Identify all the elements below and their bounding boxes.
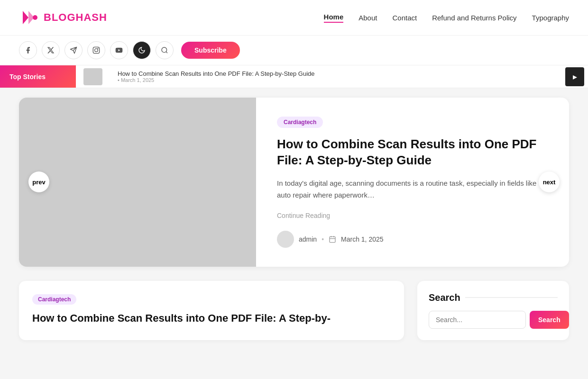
moon-icon [138, 46, 146, 54]
toolbar: Subscribe [0, 36, 588, 65]
instagram-btn[interactable] [87, 41, 105, 59]
sidebar-search-input[interactable] [429, 311, 526, 329]
svg-line-9 [166, 52, 167, 53]
featured-content: Cardiagtech How to Combine Scan Results … [256, 98, 569, 267]
svg-rect-4 [93, 47, 99, 53]
dark-mode-btn[interactable] [133, 41, 151, 59]
separator: • [322, 235, 324, 243]
author-name: admin [299, 235, 317, 243]
svg-point-6 [98, 48, 99, 49]
youtube-btn[interactable] [110, 41, 128, 59]
bottom-section: Cardiagtech How to Combine Scan Results … [19, 281, 569, 340]
next-button[interactable]: next [539, 171, 560, 192]
svg-point-5 [95, 49, 98, 52]
telegram-btn[interactable] [64, 41, 83, 59]
twitter-btn[interactable] [42, 41, 60, 59]
continue-reading-link[interactable]: Continue Reading [277, 212, 548, 219]
featured-card: prev Cardiagtech How to Combine Scan Res… [19, 98, 569, 267]
svg-point-3 [33, 15, 37, 20]
main-area: prev Cardiagtech How to Combine Scan Res… [0, 88, 588, 350]
author-avatar [277, 231, 294, 248]
svg-rect-10 [330, 236, 335, 242]
article-category-badge[interactable]: Cardiagtech [32, 294, 76, 305]
nav-typography[interactable]: Typography [532, 14, 569, 22]
youtube-icon [115, 46, 123, 54]
subscribe-button[interactable]: Subscribe [181, 42, 240, 59]
ticker-title: How to Combine Scan Results into One PDF… [118, 70, 548, 77]
instagram-icon [92, 46, 100, 54]
facebook-btn[interactable] [19, 41, 37, 59]
ticker-label: Top Stories [0, 65, 76, 88]
article-title: How to Combine Scan Results into One PDF… [32, 311, 391, 325]
sidebar: Search Search [417, 281, 569, 340]
sidebar-search-card: Search Search [417, 281, 569, 340]
logo[interactable]: BLOGHASH [19, 7, 107, 28]
nav-contact[interactable]: Contact [392, 14, 417, 22]
nav-links: Home About Contact Refund and Returns Po… [324, 13, 569, 23]
nav-home[interactable]: Home [324, 13, 344, 23]
featured-image: prev [19, 98, 256, 267]
featured-title: How to Combine Scan Results into One PDF… [277, 136, 548, 169]
sidebar-search-title: Search [429, 292, 558, 303]
featured-excerpt: In today's digital age, scanning documen… [277, 177, 548, 201]
search-btn[interactable] [156, 41, 174, 59]
calendar-icon [329, 235, 336, 243]
author-meta: admin • March 1, 2025 [277, 231, 548, 248]
search-row: Search [429, 311, 558, 329]
ticker-bar: Top Stories How to Combine Scan Results … [0, 65, 588, 88]
prev-button[interactable]: prev [28, 171, 49, 192]
svg-point-8 [162, 47, 167, 53]
article-date: March 1, 2025 [341, 235, 384, 243]
telegram-icon [70, 46, 77, 54]
ticker-date: • March 1, 2025 [118, 77, 548, 83]
ticker-next-btn[interactable]: ▸ [565, 67, 584, 86]
search-icon [161, 46, 168, 54]
logo-icon [19, 7, 40, 28]
logo-text: BLOGHASH [44, 11, 107, 24]
nav-refund[interactable]: Refund and Returns Policy [432, 14, 516, 22]
navbar: BLOGHASH Home About Contact Refund and R… [0, 0, 588, 36]
featured-category-badge[interactable]: Cardiagtech [277, 117, 323, 128]
sidebar-search-button[interactable]: Search [530, 311, 569, 329]
sidebar-title-divider [465, 297, 558, 298]
nav-about[interactable]: About [358, 14, 377, 22]
article-card: Cardiagtech How to Combine Scan Results … [19, 281, 404, 340]
ticker-content: How to Combine Scan Results into One PDF… [108, 70, 558, 83]
facebook-icon [24, 46, 32, 54]
twitter-icon [47, 46, 55, 54]
